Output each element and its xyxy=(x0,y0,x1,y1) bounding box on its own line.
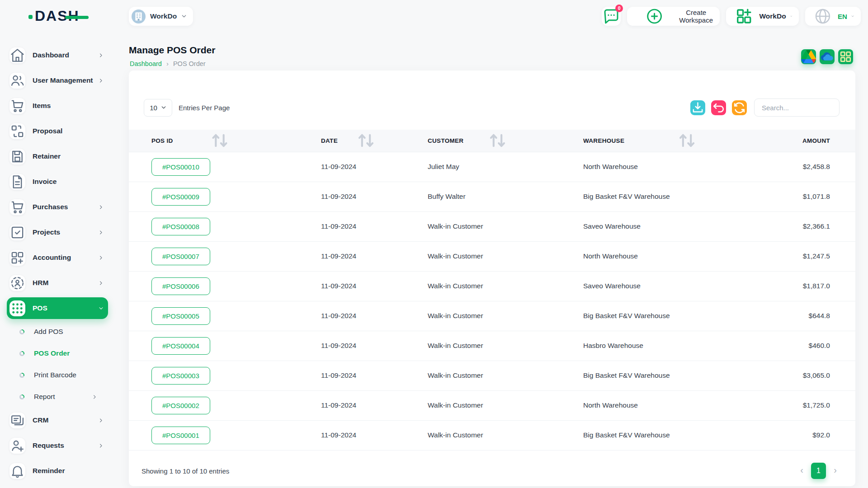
search-input[interactable] xyxy=(754,99,840,117)
pos-id-cell: #POS00006 xyxy=(129,271,314,301)
breadcrumb-current: POS Order xyxy=(173,60,206,67)
workspace-avatar xyxy=(132,9,146,23)
table-row: #POS0000511-09-2024Walk-in CustomerBig B… xyxy=(129,301,855,331)
pagination-page-1-button[interactable]: 1 xyxy=(811,463,826,479)
user-plus-icon xyxy=(9,438,25,454)
sidebar-item-reminder[interactable]: Reminder xyxy=(7,460,108,482)
pos-id-link[interactable]: #POS00002 xyxy=(151,397,210,414)
sidebar-item-print-barcode[interactable]: Print Barcode xyxy=(7,366,108,384)
dots-grid-icon xyxy=(9,300,25,316)
column-header-warehouse[interactable]: WAREHOUSE xyxy=(577,130,800,152)
sort-icon xyxy=(576,130,798,152)
sidebar-item-user-management[interactable]: User Management xyxy=(7,70,108,91)
warehouse-cell: North Warehouse xyxy=(577,390,800,420)
sidebar-item-invoice[interactable]: Invoice xyxy=(7,171,108,192)
sidebar-item-purchases[interactable]: Purchases xyxy=(7,196,108,218)
workdo-dropdown-label: WorkDo xyxy=(759,12,786,20)
breadcrumb: Dashboard › POS Order xyxy=(130,60,206,67)
messages-button[interactable]: 0 xyxy=(602,7,621,26)
sidebar-item-dashboard[interactable]: Dashboard xyxy=(7,44,108,66)
brand-logo[interactable]: DASH xyxy=(28,8,96,25)
sidebar: DashboardUser ManagementItemsProposalRet… xyxy=(0,32,115,488)
pos-order-page: DASH WorkDo 0 Create Workspace WorkDo xyxy=(0,0,868,488)
logo-accent-dot xyxy=(28,15,33,19)
check-square-icon xyxy=(9,225,25,240)
sidebar-item-accounting[interactable]: Accounting xyxy=(7,247,108,268)
sidebar-item-label: Invoice xyxy=(33,178,57,186)
date-cell: 11-09-2024 xyxy=(314,182,421,211)
sidebar-item-add-pos[interactable]: Add POS xyxy=(7,323,108,341)
undo-button[interactable] xyxy=(711,100,726,115)
pagination-prev-button[interactable]: ‹ xyxy=(794,463,809,479)
customer-cell: Juliet May xyxy=(421,152,577,182)
sidebar-item-report[interactable]: Report xyxy=(7,388,108,406)
customer-cell: Walk-in Customer xyxy=(421,361,577,390)
sidebar-item-requests[interactable]: Requests xyxy=(7,435,108,456)
pos-id-link[interactable]: #POS00007 xyxy=(151,248,210,265)
breadcrumb-separator: › xyxy=(166,60,169,67)
topbar: DASH WorkDo 0 Create Workspace WorkDo xyxy=(0,0,868,32)
chevron-right-icon xyxy=(99,53,104,58)
sidebar-subitem-label: Report xyxy=(34,393,55,401)
entries-per-page-select[interactable]: 10 xyxy=(144,99,172,117)
save-icon xyxy=(9,149,25,164)
sidebar-item-items[interactable]: Items xyxy=(7,95,108,117)
onedrive-button[interactable] xyxy=(820,49,835,64)
sidebar-item-proposal[interactable]: Proposal xyxy=(7,120,108,142)
amount-cell: $460.0 xyxy=(800,331,855,361)
sidebar-item-label: CRM xyxy=(33,416,48,424)
pos-id-cell: #POS00005 xyxy=(129,301,314,331)
workspace-switcher[interactable]: WorkDo xyxy=(129,7,193,26)
sidebar-subitem-label: Print Barcode xyxy=(34,371,76,379)
pos-id-link[interactable]: #POS00001 xyxy=(151,427,210,444)
sidebar-item-crm[interactable]: CRM xyxy=(7,409,108,431)
export-button[interactable] xyxy=(690,100,705,115)
sidebar-item-pos-order[interactable]: POS Order xyxy=(7,344,108,362)
pos-id-link[interactable]: #POS00008 xyxy=(151,218,210,235)
customer-cell: Walk-in Customer xyxy=(421,271,577,301)
sidebar-nav: DashboardUser ManagementItemsProposalRet… xyxy=(7,44,115,482)
date-cell: 11-09-2024 xyxy=(314,301,421,331)
table-row: #POS0000711-09-2024Walk-in CustomerNorth… xyxy=(129,241,855,271)
warehouse-cell: Saveo Warehouse xyxy=(577,211,800,241)
pos-id-link[interactable]: #POS00006 xyxy=(151,277,210,295)
sidebar-item-label: Accounting xyxy=(33,253,71,262)
sidebar-item-pos[interactable]: POS xyxy=(7,297,108,319)
submenu-bullet-icon xyxy=(19,329,24,334)
pagination-next-button[interactable]: › xyxy=(828,463,843,479)
pos-id-link[interactable]: #POS00010 xyxy=(151,158,210,176)
language-dropdown[interactable]: EN xyxy=(805,7,861,26)
crm-icon xyxy=(9,413,25,428)
create-workspace-button[interactable]: Create Workspace xyxy=(627,7,720,26)
pos-id-link[interactable]: #POS00005 xyxy=(151,307,210,325)
pos-id-link[interactable]: #POS00003 xyxy=(151,367,210,385)
warehouse-cell: Big Basket F&V Warehouse xyxy=(577,361,800,390)
sidebar-item-label: Items xyxy=(33,102,51,110)
sidebar-item-label: HRM xyxy=(33,279,48,287)
refresh-button[interactable] xyxy=(732,100,747,115)
table-header-row: POS IDDATECUSTOMERWAREHOUSEAMOUNT xyxy=(129,130,855,152)
entries-summary: Showing 1 to 10 of 10 entries xyxy=(142,467,229,475)
column-header-amount[interactable]: AMOUNT xyxy=(800,130,855,152)
column-header-customer[interactable]: CUSTOMER xyxy=(421,130,577,152)
pos-id-link[interactable]: #POS00004 xyxy=(151,337,210,355)
workdo-apps-dropdown[interactable]: WorkDo xyxy=(726,7,799,26)
pos-id-link[interactable]: #POS00009 xyxy=(151,188,210,206)
submenu-bullet-icon xyxy=(19,373,24,378)
sidebar-subitem-label: Add POS xyxy=(34,328,63,336)
sidebar-item-retainer[interactable]: Retainer xyxy=(7,145,108,167)
column-header-date[interactable]: DATE xyxy=(314,130,421,152)
column-header-pos-id[interactable]: POS ID xyxy=(129,130,314,152)
squares-icon xyxy=(838,49,853,64)
chevron-down-icon xyxy=(181,14,187,19)
submenu-bullet-icon xyxy=(19,351,24,356)
sidebar-item-hrm[interactable]: HRM xyxy=(7,272,108,294)
breadcrumb-dashboard-link[interactable]: Dashboard xyxy=(130,60,162,67)
sidebar-item-label: User Management xyxy=(33,76,93,84)
pos-id-cell: #POS00003 xyxy=(129,361,314,390)
sidebar-item-projects[interactable]: Projects xyxy=(7,221,108,243)
apps-grid-button[interactable] xyxy=(838,49,853,64)
customer-cell: Walk-in Customer xyxy=(421,211,577,241)
google-drive-button[interactable] xyxy=(801,49,816,64)
cart-icon xyxy=(9,98,25,114)
